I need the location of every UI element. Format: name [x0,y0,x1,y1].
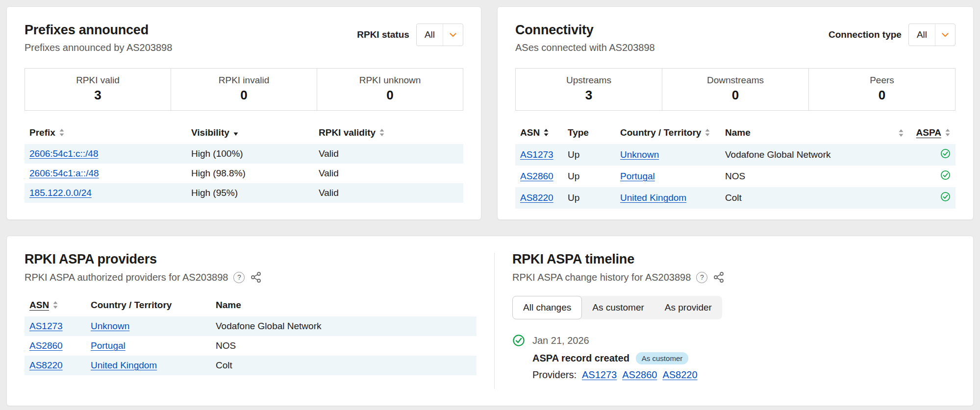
provider-asn-link[interactable]: AS2860 [622,369,657,381]
share-icon[interactable] [250,271,262,283]
provider-asn-link[interactable]: AS8220 [662,369,697,381]
prefixes-heading: Prefixes announced Prefixes announced by… [25,23,172,53]
column-header-label: ASN [520,127,540,138]
table-row: 2606:54c1:c::/48 High (100%) Valid [25,144,463,164]
asn-link[interactable]: AS2860 [29,340,63,351]
column-header-rpki-validity[interactable]: RPKI validity [314,121,463,144]
stat-value: 3 [25,88,171,103]
aspa-valid-check-icon [940,170,951,180]
country-link[interactable]: Unknown [620,149,659,160]
column-header-country[interactable]: Country / Territory [86,294,211,316]
country-link[interactable]: United Kingdom [91,360,157,370]
sort-icon [704,128,710,137]
chevron-down-icon [443,24,463,46]
column-header-asn[interactable]: ASN [25,294,86,316]
stat-rpki-invalid: RPKI invalid 0 [171,69,317,110]
stat-rpki-unknown: RPKI unknown 0 [317,69,463,110]
column-header-prefix[interactable]: Prefix [25,121,186,144]
validity-cell: Valid [314,164,463,183]
asn-link[interactable]: AS1273 [29,321,63,331]
aspa-providers-subtitle: RPKI ASPA authorized providers for AS203… [25,271,477,283]
sort-icon [59,128,65,137]
type-cell: Up [563,187,615,209]
asn-link[interactable]: AS2860 [520,171,553,181]
column-header-aspa[interactable]: ASPA [909,121,955,144]
country-cell: Portugal [615,166,720,187]
stat-value: 3 [516,88,662,103]
stat-rpki-valid: RPKI valid 3 [25,69,171,110]
connectivity-card-header: Connectivity ASes connected with AS20389… [515,23,955,53]
asn-link[interactable]: AS8220 [520,193,553,203]
help-icon[interactable]: ? [233,272,245,283]
tab-as-customer[interactable]: As customer [582,296,654,319]
sort-icon [52,301,58,309]
country-link[interactable]: Portugal [91,340,126,351]
prefixes-table: Prefix Visibility RPKI validity 2606:54c… [25,121,463,203]
event-role-badge: As customer [636,352,688,364]
stat-label: Peers [809,75,955,86]
asn-cell: AS2860 [25,336,86,356]
prefix-link[interactable]: 2606:54c1:c::/48 [29,148,99,159]
aspa-cell [909,166,955,187]
asn-link[interactable]: AS1273 [520,149,553,160]
country-cell: Portugal [86,336,211,356]
table-row: 185.122.0.0/24 High (95%) Valid [25,183,463,203]
timeline-event: Jan 21, 2026 ASPA record created As cust… [512,334,955,381]
tab-all-changes[interactable]: All changes [512,296,582,319]
prefix-link[interactable]: 2606:54c1:a::/48 [29,168,99,178]
visibility-cell: High (95%) [186,183,314,203]
sort-icon [898,129,904,137]
timeline-event-body: ASPA record created As customer Provider… [532,352,955,381]
country-cell: Unknown [615,144,720,166]
sort-asc-icon [543,128,549,137]
connection-type-filter-label: Connection type [829,29,902,40]
connectivity-heading: Connectivity ASes connected with AS20389… [515,23,655,53]
column-header-type[interactable]: Type [563,121,615,144]
column-header-label: Prefix [29,127,55,138]
event-title-row: ASPA record created As customer [532,352,955,364]
prefix-link[interactable]: 185.122.0.0/24 [29,188,92,198]
column-header-asn[interactable]: ASN [515,121,563,144]
column-header-name[interactable]: Name [720,121,909,144]
table-row: AS2860 Portugal NOS [25,336,477,356]
column-header-name[interactable]: Name [211,294,477,316]
sort-icon [379,128,385,137]
stat-value: 0 [171,88,317,103]
prefix-cell: 2606:54c1:a::/48 [25,164,186,183]
timeline-event-head: Jan 21, 2026 [512,334,955,347]
stat-value: 0 [662,88,808,103]
stat-label: RPKI valid [25,75,171,86]
column-header-label: Country / Territory [91,300,172,310]
column-header-label: ASPA [916,127,941,138]
column-header-visibility[interactable]: Visibility [186,121,314,144]
country-link[interactable]: Unknown [91,321,129,331]
column-header-country[interactable]: Country / Territory [615,121,720,144]
country-link[interactable]: United Kingdom [620,193,686,203]
prefix-cell: 2606:54c1:c::/48 [25,144,186,164]
aspa-providers-table: ASN Country / Territory Name AS1273 Unkn… [25,294,477,375]
top-row: Prefixes announced Prefixes announced by… [6,6,974,220]
visibility-cell: High (100%) [186,144,314,164]
share-icon[interactable] [713,271,725,283]
name-cell: Colt [720,187,909,209]
help-icon[interactable]: ? [696,272,707,283]
providers-label: Providers: [532,369,577,381]
asn-link[interactable]: AS8220 [29,360,63,370]
stat-label: Upstreams [516,75,662,86]
tab-as-provider[interactable]: As provider [654,296,722,319]
prefixes-announced-card: Prefixes announced Prefixes announced by… [6,6,481,220]
page-title-aspa-providers: RPKI ASPA providers [25,252,477,267]
stat-upstreams: Upstreams 3 [516,69,662,110]
aspa-cell [909,144,955,166]
event-date: Jan 21, 2026 [532,335,589,346]
rpki-status-select[interactable]: All [416,24,463,46]
connectivity-table: ASN Type Country / Territory Name ASPA [515,121,955,209]
page-title-aspa-timeline: RPKI ASPA timeline [512,252,955,267]
country-link[interactable]: Portugal [620,171,655,181]
connection-type-select[interactable]: All [908,24,955,46]
aspa-timeline-section: RPKI ASPA timeline RPKI ASPA change hist… [495,236,973,406]
chevron-down-icon [935,24,955,46]
page-title-connectivity: Connectivity [515,23,655,38]
name-cell: NOS [720,166,909,187]
provider-asn-link[interactable]: AS1273 [582,369,617,381]
